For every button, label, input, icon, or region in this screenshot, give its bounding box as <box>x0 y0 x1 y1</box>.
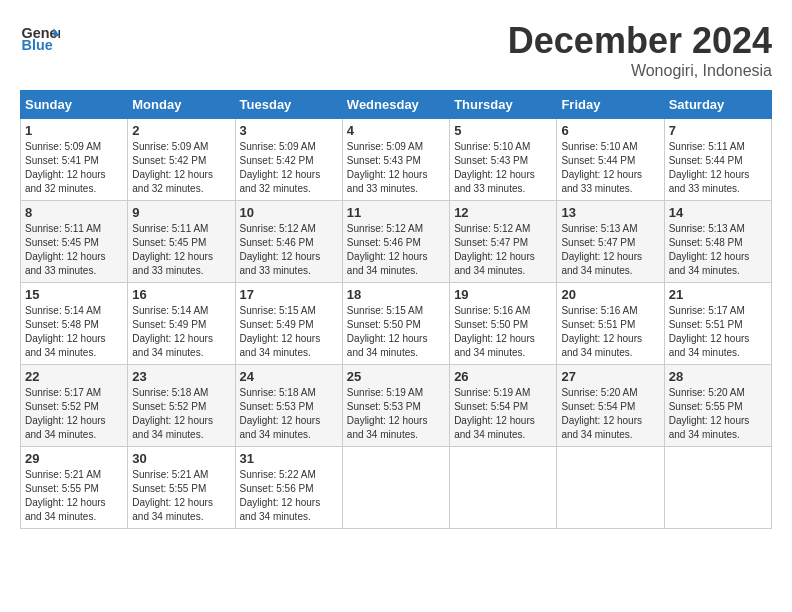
day-cell-4: 4Sunrise: 5:09 AMSunset: 5:43 PMDaylight… <box>342 119 449 201</box>
day-cell-13: 13Sunrise: 5:13 AMSunset: 5:47 PMDayligh… <box>557 201 664 283</box>
day-cell-20: 20Sunrise: 5:16 AMSunset: 5:51 PMDayligh… <box>557 283 664 365</box>
day-cell-8: 8Sunrise: 5:11 AMSunset: 5:45 PMDaylight… <box>21 201 128 283</box>
month-title: December 2024 <box>508 20 772 62</box>
day-cell-28: 28Sunrise: 5:20 AMSunset: 5:55 PMDayligh… <box>664 365 771 447</box>
header-row: Sunday Monday Tuesday Wednesday Thursday… <box>21 91 772 119</box>
day-cell-30: 30Sunrise: 5:21 AMSunset: 5:55 PMDayligh… <box>128 447 235 529</box>
week-row-2: 8Sunrise: 5:11 AMSunset: 5:45 PMDaylight… <box>21 201 772 283</box>
day-cell-5: 5Sunrise: 5:10 AMSunset: 5:43 PMDaylight… <box>450 119 557 201</box>
day-cell-6: 6Sunrise: 5:10 AMSunset: 5:44 PMDaylight… <box>557 119 664 201</box>
col-saturday: Saturday <box>664 91 771 119</box>
week-row-4: 22Sunrise: 5:17 AMSunset: 5:52 PMDayligh… <box>21 365 772 447</box>
day-cell-16: 16Sunrise: 5:14 AMSunset: 5:49 PMDayligh… <box>128 283 235 365</box>
col-sunday: Sunday <box>21 91 128 119</box>
week-row-1: 1Sunrise: 5:09 AMSunset: 5:41 PMDaylight… <box>21 119 772 201</box>
day-cell-23: 23Sunrise: 5:18 AMSunset: 5:52 PMDayligh… <box>128 365 235 447</box>
day-cell-12: 12Sunrise: 5:12 AMSunset: 5:47 PMDayligh… <box>450 201 557 283</box>
day-cell-24: 24Sunrise: 5:18 AMSunset: 5:53 PMDayligh… <box>235 365 342 447</box>
logo: General Blue <box>20 20 65 60</box>
week-row-5: 29Sunrise: 5:21 AMSunset: 5:55 PMDayligh… <box>21 447 772 529</box>
col-thursday: Thursday <box>450 91 557 119</box>
header: General Blue December 2024 Wonogiri, Ind… <box>20 20 772 80</box>
day-cell-27: 27Sunrise: 5:20 AMSunset: 5:54 PMDayligh… <box>557 365 664 447</box>
day-cell-25: 25Sunrise: 5:19 AMSunset: 5:53 PMDayligh… <box>342 365 449 447</box>
logo-icon: General Blue <box>20 20 60 60</box>
day-cell-15: 15Sunrise: 5:14 AMSunset: 5:48 PMDayligh… <box>21 283 128 365</box>
calendar-table: Sunday Monday Tuesday Wednesday Thursday… <box>20 90 772 529</box>
day-cell-21: 21Sunrise: 5:17 AMSunset: 5:51 PMDayligh… <box>664 283 771 365</box>
page-container: General Blue December 2024 Wonogiri, Ind… <box>20 20 772 529</box>
day-cell-17: 17Sunrise: 5:15 AMSunset: 5:49 PMDayligh… <box>235 283 342 365</box>
day-cell-empty-4-6 <box>664 447 771 529</box>
col-wednesday: Wednesday <box>342 91 449 119</box>
day-cell-7: 7Sunrise: 5:11 AMSunset: 5:44 PMDaylight… <box>664 119 771 201</box>
day-cell-empty-4-4 <box>450 447 557 529</box>
location: Wonogiri, Indonesia <box>508 62 772 80</box>
day-cell-empty-4-3 <box>342 447 449 529</box>
day-cell-31: 31Sunrise: 5:22 AMSunset: 5:56 PMDayligh… <box>235 447 342 529</box>
day-cell-9: 9Sunrise: 5:11 AMSunset: 5:45 PMDaylight… <box>128 201 235 283</box>
day-cell-2: 2Sunrise: 5:09 AMSunset: 5:42 PMDaylight… <box>128 119 235 201</box>
day-cell-22: 22Sunrise: 5:17 AMSunset: 5:52 PMDayligh… <box>21 365 128 447</box>
day-cell-26: 26Sunrise: 5:19 AMSunset: 5:54 PMDayligh… <box>450 365 557 447</box>
title-block: December 2024 Wonogiri, Indonesia <box>508 20 772 80</box>
day-cell-29: 29Sunrise: 5:21 AMSunset: 5:55 PMDayligh… <box>21 447 128 529</box>
col-monday: Monday <box>128 91 235 119</box>
day-cell-1: 1Sunrise: 5:09 AMSunset: 5:41 PMDaylight… <box>21 119 128 201</box>
week-row-3: 15Sunrise: 5:14 AMSunset: 5:48 PMDayligh… <box>21 283 772 365</box>
day-cell-10: 10Sunrise: 5:12 AMSunset: 5:46 PMDayligh… <box>235 201 342 283</box>
svg-text:Blue: Blue <box>22 37 53 53</box>
day-cell-14: 14Sunrise: 5:13 AMSunset: 5:48 PMDayligh… <box>664 201 771 283</box>
day-cell-empty-4-5 <box>557 447 664 529</box>
day-cell-18: 18Sunrise: 5:15 AMSunset: 5:50 PMDayligh… <box>342 283 449 365</box>
col-friday: Friday <box>557 91 664 119</box>
day-cell-3: 3Sunrise: 5:09 AMSunset: 5:42 PMDaylight… <box>235 119 342 201</box>
col-tuesday: Tuesday <box>235 91 342 119</box>
day-cell-19: 19Sunrise: 5:16 AMSunset: 5:50 PMDayligh… <box>450 283 557 365</box>
day-cell-11: 11Sunrise: 5:12 AMSunset: 5:46 PMDayligh… <box>342 201 449 283</box>
